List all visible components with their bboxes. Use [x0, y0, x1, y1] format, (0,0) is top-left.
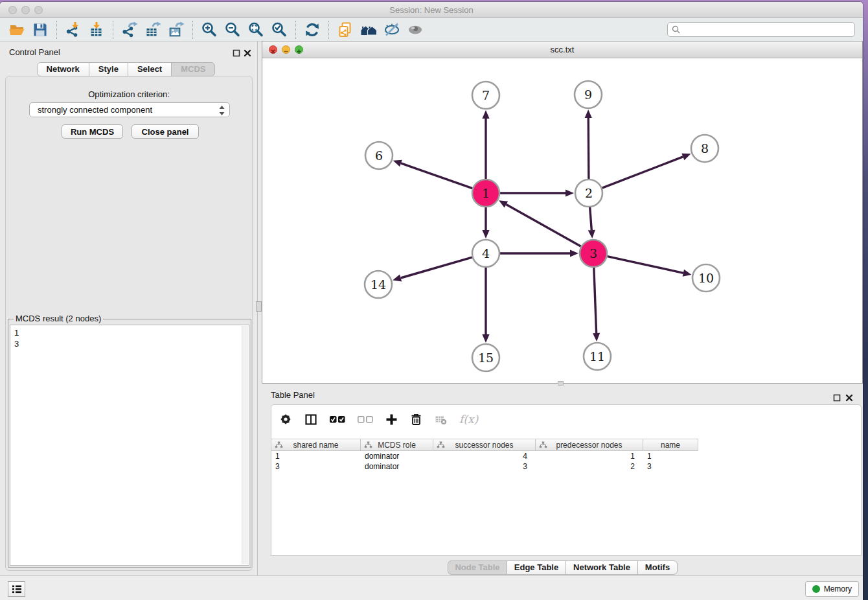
optimization-criterion-select[interactable]: strongly connected component — [29, 102, 230, 117]
close-panel-button[interactable]: Close panel — [131, 124, 199, 139]
refresh-layout-icon[interactable] — [301, 20, 324, 40]
mcds-result-groupbox: MCDS result (2 nodes) 13 — [8, 319, 251, 568]
close-panel-icon[interactable] — [845, 393, 853, 404]
cell-name[interactable]: 1 — [643, 451, 698, 461]
tab-edge-table[interactable]: Edge Table — [507, 560, 566, 575]
tab-style[interactable]: Style — [89, 62, 128, 76]
tab-network[interactable]: Network — [37, 62, 89, 76]
svg-text:14: 14 — [371, 277, 386, 292]
toolbar-separator — [295, 21, 296, 39]
float-panel-icon[interactable] — [833, 393, 841, 404]
export-image-icon[interactable] — [165, 20, 188, 40]
deselect-all-icon[interactable] — [358, 412, 373, 426]
column-header-name[interactable]: name — [643, 439, 698, 450]
network-frame-title: scc.txt — [262, 41, 862, 58]
table-settings-gear-icon[interactable] — [279, 412, 292, 426]
task-history-button[interactable] — [8, 581, 25, 597]
window-title: Session: New Session — [0, 2, 863, 18]
float-panel-icon[interactable] — [233, 48, 240, 60]
show-all-views-icon[interactable] — [357, 20, 380, 40]
export-table-icon[interactable] — [141, 20, 165, 40]
table-toolbar: f(x) — [271, 405, 861, 433]
tab-select[interactable]: Select — [128, 62, 172, 76]
cell-successor-nodes[interactable]: 4 — [433, 451, 536, 461]
column-header-predecessor-nodes[interactable]: predecessor nodes — [536, 439, 643, 450]
frame-minimize-button[interactable] — [282, 45, 290, 54]
zoom-in-icon[interactable] — [198, 20, 221, 40]
control-panel-tabs: NetworkStyleSelectMCDS — [0, 62, 252, 76]
export-network-icon[interactable] — [118, 20, 141, 40]
tab-node-table[interactable]: Node Table — [448, 560, 507, 575]
column-header-successor-nodes[interactable]: successor nodes — [433, 439, 536, 450]
tab-mcds[interactable]: MCDS — [171, 62, 215, 76]
open-session-icon[interactable] — [5, 20, 29, 40]
show-columns-icon[interactable] — [304, 412, 317, 426]
edge-2-3[interactable] — [588, 207, 595, 238]
graph-node-15[interactable]: 15 — [472, 344, 499, 371]
zoom-out-icon[interactable] — [221, 20, 244, 40]
toolbar-separator — [56, 21, 57, 39]
graph-node-3[interactable]: 3 — [580, 240, 607, 267]
zoom-selected-icon[interactable] — [268, 20, 291, 40]
network-frame-titlebar: scc.txt — [262, 41, 862, 58]
graph-node-1[interactable]: 1 — [472, 179, 499, 207]
import-table-icon[interactable] — [85, 20, 108, 40]
import-network-icon[interactable] — [62, 20, 85, 40]
edge-4-15[interactable] — [482, 268, 489, 343]
graph-node-7[interactable]: 7 — [472, 82, 499, 109]
run-mcds-button[interactable]: Run MCDS — [62, 124, 123, 139]
memory-button[interactable]: Memory — [805, 581, 859, 597]
horizontal-divider-handle[interactable] — [558, 381, 564, 386]
graph-node-14[interactable]: 14 — [365, 271, 392, 298]
graph-node-2[interactable]: 2 — [575, 179, 602, 207]
edge-3-10[interactable] — [607, 257, 691, 277]
clone-network-icon[interactable] — [334, 20, 357, 40]
node-table: f(x) shared nameMCDS rolesuccessor nodes… — [271, 404, 862, 556]
cell-mcds-role[interactable]: dominator — [361, 451, 433, 461]
add-column-icon[interactable] — [385, 412, 398, 426]
edge-4-14[interactable] — [393, 257, 472, 281]
edge-1-2[interactable] — [500, 189, 574, 196]
graph-node-11[interactable]: 11 — [584, 343, 611, 370]
edge-1-6[interactable] — [393, 160, 473, 189]
search-input[interactable] — [683, 23, 854, 36]
edge-2-9[interactable] — [585, 110, 592, 179]
cell-shared-name[interactable]: 1 — [271, 451, 361, 461]
zoom-fit-icon[interactable] — [244, 20, 268, 40]
cell-predecessor-nodes[interactable]: 1 — [536, 451, 643, 461]
frame-maximize-button[interactable] — [295, 45, 303, 54]
cell-shared-name[interactable]: 3 — [271, 461, 361, 472]
cell-mcds-role[interactable]: dominator — [361, 461, 433, 472]
edge-3-1[interactable] — [499, 200, 581, 246]
edge-2-8[interactable] — [602, 154, 691, 188]
cell-successor-nodes[interactable]: 3 — [433, 461, 536, 472]
show-panel-icon[interactable] — [404, 20, 427, 40]
save-session-icon[interactable] — [29, 20, 52, 40]
result-scrollbar[interactable] — [242, 326, 248, 564]
edge-3-11[interactable] — [593, 268, 600, 341]
select-all-icon[interactable] — [330, 412, 345, 426]
graph-node-9[interactable]: 9 — [575, 81, 602, 108]
cell-name[interactable]: 3 — [643, 461, 698, 472]
frame-close-button[interactable] — [269, 45, 277, 54]
window-titlebar: Session: New Session — [0, 2, 863, 18]
splitter-handle[interactable] — [256, 301, 262, 312]
column-header-mcds-role[interactable]: MCDS role — [361, 439, 433, 450]
close-panel-icon[interactable] — [244, 48, 251, 60]
network-canvas[interactable]: 7968124314101511 — [262, 58, 862, 383]
tab-network-table[interactable]: Network Table — [565, 560, 638, 575]
graph-node-8[interactable]: 8 — [691, 135, 718, 162]
graph-node-6[interactable]: 6 — [365, 142, 393, 169]
graph-node-10[interactable]: 10 — [692, 264, 720, 292]
tab-motifs[interactable]: Motifs — [637, 560, 678, 575]
delete-column-icon[interactable] — [410, 412, 422, 426]
graph-node-4[interactable]: 4 — [472, 240, 499, 267]
edge-1-4[interactable] — [482, 207, 489, 238]
mcds-result-text[interactable]: 13 — [10, 325, 249, 566]
edge-1-7[interactable] — [482, 110, 489, 179]
status-bar: Memory — [0, 575, 863, 600]
column-header-shared-name[interactable]: shared name — [271, 439, 361, 450]
cell-predecessor-nodes[interactable]: 2 — [536, 461, 643, 472]
hide-panel-icon[interactable] — [380, 20, 404, 40]
edge-4-3[interactable] — [500, 249, 578, 257]
